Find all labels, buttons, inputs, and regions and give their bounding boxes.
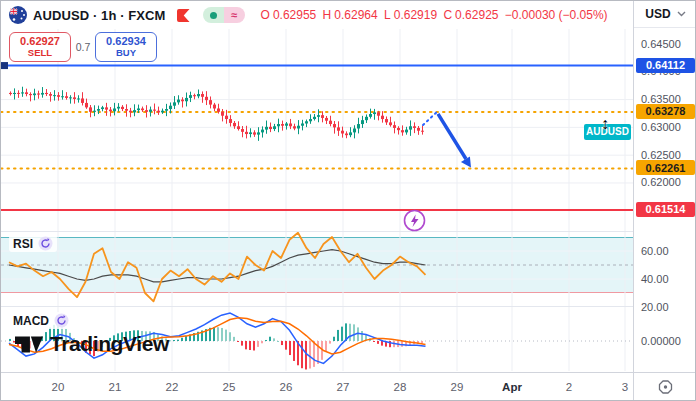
time-axis-label: 21 [98, 381, 132, 393]
currency-selector[interactable]: USD [634, 1, 696, 28]
approx-price-icon: ≈ [224, 7, 245, 23]
price-level-badge: 0.64112 [636, 58, 695, 73]
currency-label: USD [645, 7, 670, 21]
buy-label: BUY [116, 48, 136, 58]
axis-corner [633, 372, 696, 401]
high-value: 0.62964 [334, 8, 377, 22]
price-scale-tick: 0.64500 [641, 38, 681, 50]
price-level-badge: 0.62261 [636, 160, 695, 175]
time-axis-label: 26 [269, 381, 303, 393]
open-label: O [261, 8, 270, 22]
ohlc-readout: O0.62955 H0.62964 L0.62919 C0.62925 −0.0… [261, 8, 611, 22]
time-axis-label: 2 [552, 381, 586, 393]
buy-button[interactable]: 0.62934 BUY [95, 32, 157, 62]
macd-indicator-chip[interactable]: MACD [9, 312, 73, 329]
low-label: L [384, 8, 391, 22]
rsi-label: RSI [13, 237, 33, 251]
settings-gear-icon[interactable] [657, 379, 674, 396]
tradingview-logo-icon [15, 332, 43, 356]
chart-header: AUDUSD · 1h · FXCM ≈ O0.62955 H0.62964 L… [1, 1, 633, 29]
tradingview-watermark: TradingView [15, 332, 169, 356]
macd-label: MACD [13, 314, 49, 328]
time-axis-label: 22 [155, 381, 189, 393]
low-value: 0.62919 [394, 8, 437, 22]
australia-flag-icon [9, 6, 27, 24]
refresh-icon[interactable] [54, 313, 69, 328]
symbol-title[interactable]: AUDUSD · 1h · FXCM [33, 8, 166, 23]
sell-button[interactable]: 0.62927 SELL [9, 32, 71, 62]
price-level-badge: 0.61514 [636, 202, 695, 217]
price-scale-tick: 0.62000 [641, 176, 681, 188]
order-panel: 0.62927 SELL 0.7 0.62934 BUY [9, 32, 157, 62]
close-value: 0.62925 [455, 8, 498, 22]
spread-value: 0.7 [71, 41, 95, 53]
time-axis[interactable]: 2021222526272829Apr23 [1, 372, 633, 401]
time-axis-label: Apr [495, 381, 529, 393]
price-scale-tick: 40.00 [641, 273, 669, 285]
price-scale[interactable]: USD 0.645000.640000.635000.630000.625000… [633, 1, 696, 401]
market-open-dot-icon [203, 7, 224, 23]
price-scale-tick: 0.62500 [641, 149, 681, 161]
market-status-pill[interactable]: ≈ [203, 7, 245, 23]
sell-label: SELL [28, 48, 52, 58]
close-label: C [443, 8, 452, 22]
time-axis-label: 27 [326, 381, 360, 393]
fxcm-logo-icon [176, 8, 191, 23]
price-scale-tick: 0.63000 [641, 121, 681, 133]
resize-cursor-icon: ↕ [601, 115, 609, 133]
refresh-icon[interactable] [38, 236, 53, 251]
rsi-indicator-chip[interactable]: RSI [9, 235, 57, 252]
high-label: H [323, 8, 332, 22]
tradingview-brand-text: TradingView [50, 332, 169, 356]
price-level-badge: 0.63278 [636, 104, 695, 119]
pane-separator[interactable] [1, 231, 696, 232]
chevron-down-icon [677, 11, 686, 17]
time-axis-label: 20 [41, 381, 75, 393]
pane-separator[interactable] [1, 306, 696, 307]
price-scale-tick: 20.00 [641, 301, 669, 313]
time-axis-label: 29 [440, 381, 474, 393]
lightning-icon[interactable] [403, 209, 426, 236]
time-axis-label: 25 [212, 381, 246, 393]
price-scale-tick: 0.00000 [641, 335, 681, 347]
trading-chart-window: AUDUSD · 1h · FXCM ≈ O0.62955 H0.62964 L… [0, 0, 696, 401]
time-axis-label: 28 [383, 381, 417, 393]
open-value: 0.62955 [273, 8, 316, 22]
change-value: −0.00030 (−0.05%) [505, 8, 608, 22]
price-scale-tick: 60.00 [641, 245, 669, 257]
